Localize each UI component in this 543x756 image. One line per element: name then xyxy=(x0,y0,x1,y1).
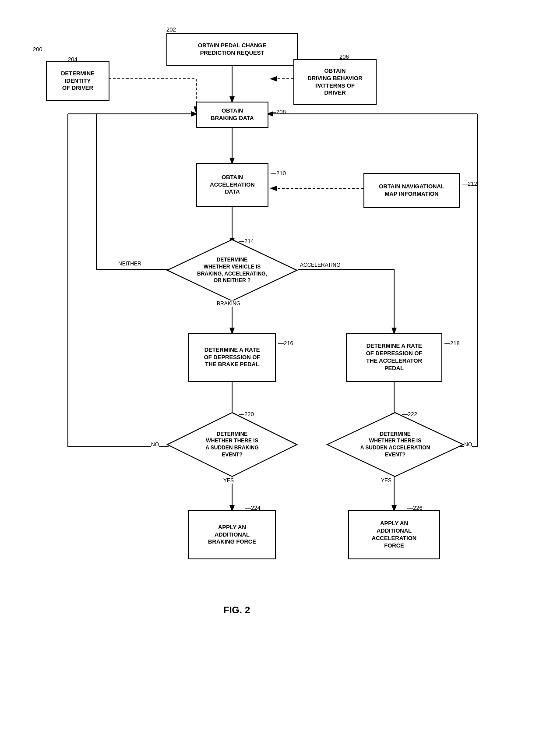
label-braking: BRAKING xyxy=(217,300,240,307)
box-obtain-acceleration: OBTAINACCELERATIONDATA xyxy=(196,163,268,207)
label-yes-left: YES xyxy=(223,477,234,484)
ref-218: —218 xyxy=(444,340,460,346)
ref-204: 204 xyxy=(68,56,78,63)
label-no-left: NO xyxy=(151,442,159,448)
ref-200: 200 xyxy=(33,46,42,53)
box-obtain-pedal: OBTAIN PEDAL CHANGEPREDICTION REQUEST xyxy=(166,33,298,66)
box-determine-identity: DETERMINEIDENTITYOF DRIVER xyxy=(46,61,109,101)
diamond-214: DETERMINEWHETHER VEHICLE ISBRAKING, ACCE… xyxy=(166,239,298,302)
ref-208: —208 xyxy=(271,109,286,115)
label-yes-right: YES xyxy=(381,477,391,484)
ref-216: —216 xyxy=(278,340,293,346)
label-no-right: NO xyxy=(464,442,472,448)
ref-226: —226 xyxy=(407,505,423,511)
box-apply-accel: APPLY ANADDITIONALACCELERATIONFORCE xyxy=(348,510,440,559)
ref-206: 206 xyxy=(339,53,349,60)
box-rate-brake: DETERMINE A RATEOF DEPRESSION OFTHE BRAK… xyxy=(188,333,276,382)
ref-222: —222 xyxy=(402,411,417,417)
ref-210: —210 xyxy=(271,170,286,177)
box-obtain-nav: OBTAIN NAVIGATIONALMAP INFORMATION xyxy=(363,173,460,208)
ref-224: —224 xyxy=(245,505,261,511)
diamond-222: DETERMINEWHETHER THERE ISA SUDDEN ACCELE… xyxy=(326,412,464,477)
box-rate-accel: DETERMINE A RATEOF DEPRESSION OFTHE ACCE… xyxy=(346,333,442,382)
ref-212: —212 xyxy=(462,180,477,187)
figure-label: FIG. 2 xyxy=(223,604,250,616)
ref-220: —220 xyxy=(239,411,254,417)
ref-202: 202 xyxy=(166,26,176,33)
diagram-container: 200 OBTAIN PEDAL CHANGEPREDICTION REQUES… xyxy=(0,0,543,756)
box-obtain-driving: OBTAINDRIVING BEHAVIORPATTERNS OFDRIVER xyxy=(293,59,377,105)
label-neither: NEITHER xyxy=(118,261,141,267)
ref-214: —214 xyxy=(239,238,254,244)
diamond-220: DETERMINEWHETHER THERE ISA SUDDEN BRAKIN… xyxy=(166,412,298,477)
box-obtain-braking: OBTAINBRAKING DATA xyxy=(196,102,268,128)
label-accelerating: ACCELERATING xyxy=(300,262,340,268)
box-apply-braking: APPLY ANADDITIONALBRAKING FORCE xyxy=(188,510,276,559)
